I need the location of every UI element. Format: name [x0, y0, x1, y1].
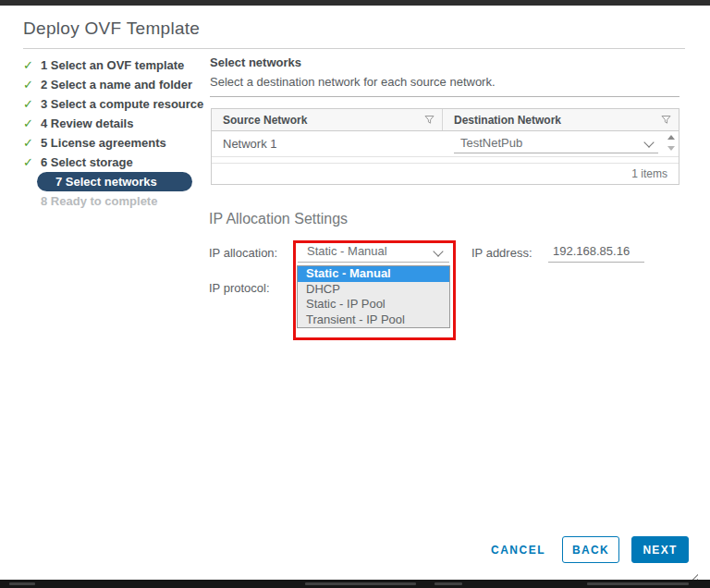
dropdown-option-static-ip-pool[interactable]: Static - IP Pool: [298, 297, 449, 312]
ip-allocation-label: IP allocation:: [209, 246, 277, 260]
step-label: 5 License agreements: [41, 136, 166, 150]
section-subheading: Select a destination network for each so…: [210, 75, 496, 89]
ip-address-input[interactable]: 192.168.85.16: [548, 242, 644, 263]
ip-allocation-select[interactable]: Static - Manual: [298, 242, 449, 263]
step-select-compute-resource[interactable]: ✓ 3 Select a compute resource: [23, 94, 203, 114]
table-row: Network 1 TestNetPub: [212, 131, 679, 157]
column-header-destination-network[interactable]: Destination Network: [443, 109, 679, 130]
column-label: Destination Network: [454, 114, 561, 127]
check-icon: ✓: [23, 78, 35, 92]
background-text-smudge: [305, 582, 416, 585]
column-header-source-network[interactable]: Source Network: [212, 109, 443, 130]
ip-address-label: IP address:: [471, 246, 532, 260]
dialog-title: Deploy OVF Template: [23, 18, 200, 39]
step-license-agreements[interactable]: ✓ 5 License agreements: [23, 133, 166, 153]
background-text-smudge: [435, 582, 462, 585]
title-divider: [23, 48, 685, 49]
destination-network-value: TestNetPub: [460, 136, 522, 150]
dropdown-option-dhcp[interactable]: DHCP: [298, 282, 449, 298]
row-scrollbar[interactable]: [665, 132, 677, 155]
step-review-details[interactable]: ✓ 4 Review details: [23, 114, 133, 133]
step-label: 2 Select a name and folder: [41, 78, 192, 92]
check-icon: ✓: [23, 116, 35, 130]
ip-allocation-dropdown-list: Static - Manual DHCP Static - IP Pool Tr…: [297, 265, 450, 328]
step-select-storage[interactable]: ✓ 6 Select storage: [23, 153, 133, 172]
step-select-networks-active[interactable]: 7 Select networks: [37, 172, 192, 191]
dropdown-option-transient-ip-pool[interactable]: Transient - IP Pool: [298, 312, 449, 328]
filter-icon[interactable]: [424, 115, 435, 128]
step-label: 3 Select a compute resource: [41, 97, 203, 111]
source-network-value: Network 1: [223, 137, 277, 151]
table-header-row: Source Network Destination Network: [212, 109, 679, 131]
ip-allocation-value: Static - Manual: [307, 244, 387, 258]
column-label: Source Network: [223, 114, 307, 127]
next-button[interactable]: NEXT: [631, 536, 689, 563]
check-icon: ✓: [23, 58, 35, 72]
network-mapping-table: Source Network Destination Network Netwo…: [211, 108, 679, 185]
step-ready-to-complete: 8 Ready to complete: [41, 191, 157, 211]
section-heading: Select networks: [210, 55, 301, 69]
check-icon: ✓: [23, 155, 35, 169]
chevron-down-icon: [433, 246, 443, 256]
check-icon: ✓: [23, 97, 35, 111]
items-count: 1 items: [631, 167, 667, 180]
background-text-smudge: [587, 582, 689, 585]
destination-network-cell: TestNetPub: [443, 131, 679, 156]
dropdown-option-static-manual[interactable]: Static - Manual: [298, 266, 449, 282]
step-select-ovf-template[interactable]: ✓ 1 Select an OVF template: [23, 55, 184, 75]
step-label: 4 Review details: [41, 116, 133, 130]
cancel-button[interactable]: CANCEL: [491, 544, 545, 557]
back-button[interactable]: BACK: [562, 536, 619, 563]
ip-allocation-settings-heading: IP Allocation Settings: [209, 211, 348, 227]
background-bottom-bar: [0, 580, 710, 588]
step-label: 6 Select storage: [41, 155, 133, 169]
step-select-name-folder[interactable]: ✓ 2 Select a name and folder: [23, 75, 192, 94]
ip-protocol-label: IP protocol:: [209, 281, 270, 295]
background-text-smudge: [9, 582, 35, 585]
ip-address-value: 192.168.85.16: [553, 244, 630, 258]
destination-network-select[interactable]: TestNetPub: [454, 134, 658, 153]
section-divider: [210, 96, 679, 97]
step-label: 1 Select an OVF template: [41, 58, 184, 72]
source-network-cell: Network 1: [212, 131, 443, 156]
scroll-down-icon[interactable]: [667, 146, 675, 151]
table-footer: 1 items: [212, 163, 679, 184]
check-icon: ✓: [23, 136, 35, 150]
deploy-ovf-template-dialog: Deploy OVF Template ✓ 1 Select an OVF te…: [0, 6, 700, 580]
chevron-down-icon: [643, 137, 654, 147]
step-label: 8 Ready to complete: [41, 194, 157, 208]
filter-icon[interactable]: [661, 115, 671, 128]
scroll-up-icon[interactable]: [667, 135, 675, 140]
